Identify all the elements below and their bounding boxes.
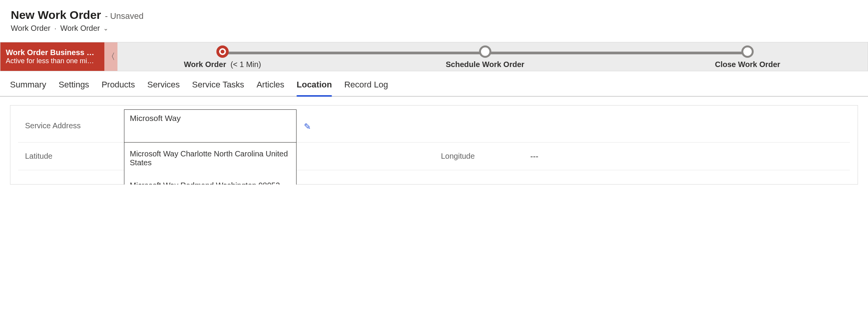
stage-ring-icon bbox=[216, 45, 229, 58]
chevron-down-icon: ⌄ bbox=[103, 25, 108, 32]
stage-ring-icon bbox=[479, 45, 491, 58]
pencil-icon[interactable]: ✎ bbox=[304, 122, 311, 132]
record-header: New Work Order - Unsaved Work Order · Wo… bbox=[0, 0, 868, 36]
unsaved-badge: - Unsaved bbox=[105, 11, 144, 21]
bpf-stage-schedule[interactable]: Schedule Work Order bbox=[446, 42, 524, 69]
form-selector[interactable]: Work Order ⌄ bbox=[60, 24, 108, 33]
business-process-flow: Work Order Business Pro… Active for less… bbox=[0, 42, 868, 71]
bpf-connector bbox=[485, 52, 748, 54]
breadcrumb-entity: Work Order bbox=[11, 24, 50, 33]
bpf-header[interactable]: Work Order Business Pro… Active for less… bbox=[0, 42, 104, 71]
tab-settings[interactable]: Settings bbox=[59, 80, 89, 96]
tab-services[interactable]: Services bbox=[147, 80, 179, 96]
service-address-label: Service Address bbox=[18, 121, 107, 130]
longitude-value[interactable]: --- bbox=[530, 152, 850, 161]
tab-articles[interactable]: Articles bbox=[256, 80, 284, 96]
location-section: Service Address Microsoft Way ✎ Microsof… bbox=[10, 105, 858, 185]
tab-service-tasks[interactable]: Service Tasks bbox=[192, 80, 244, 96]
bpf-stage-work-order[interactable]: Work Order (< 1 Min) bbox=[184, 42, 261, 69]
suggestion-item[interactable]: Microsoft Way Charlotte North Carolina U… bbox=[124, 143, 296, 174]
suggestion-item[interactable]: Microsoft Way Redmond Washington 98052 U… bbox=[124, 174, 296, 185]
form-tabs: Summary Settings Products Services Servi… bbox=[0, 71, 868, 97]
chevron-left-icon: 〈 bbox=[107, 51, 115, 62]
tab-products[interactable]: Products bbox=[102, 80, 135, 96]
stage-ring-icon bbox=[741, 45, 754, 58]
address-suggestions-dropdown: Microsoft Way Charlotte North Carolina U… bbox=[124, 143, 297, 185]
longitude-label: Longitude bbox=[434, 152, 523, 161]
bpf-collapse-button[interactable]: 〈 bbox=[104, 42, 117, 71]
latitude-label: Latitude bbox=[18, 152, 107, 161]
tab-record-log[interactable]: Record Log bbox=[344, 80, 388, 96]
tab-summary[interactable]: Summary bbox=[10, 80, 46, 96]
bpf-track: Work Order (< 1 Min) Schedule Work Order… bbox=[117, 42, 868, 71]
bpf-stage-close[interactable]: Close Work Order bbox=[715, 42, 780, 69]
breadcrumb-separator: · bbox=[54, 24, 57, 33]
service-address-input[interactable]: Microsoft Way bbox=[124, 109, 297, 143]
page-title: New Work Order bbox=[11, 8, 101, 22]
tab-location[interactable]: Location bbox=[297, 80, 332, 96]
